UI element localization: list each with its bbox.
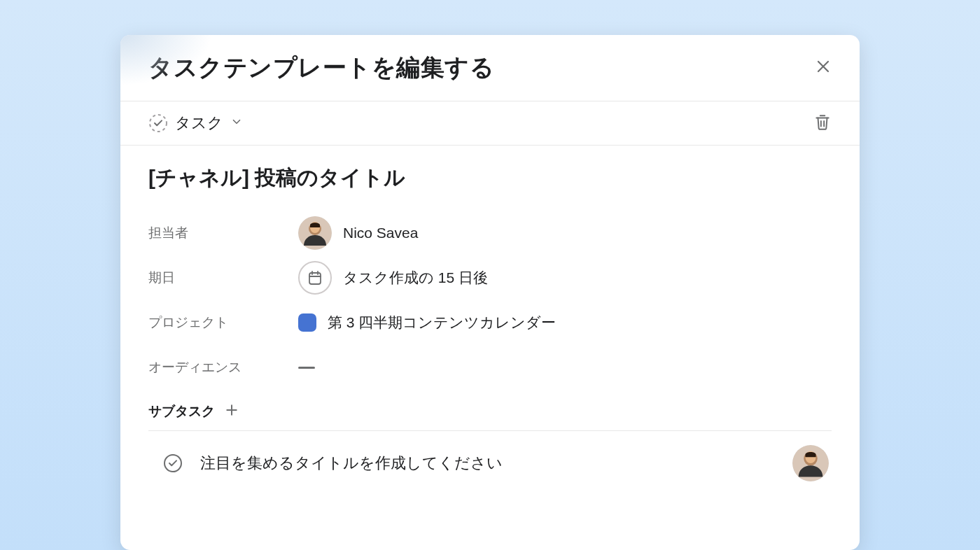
audience-label: オーディエンス xyxy=(148,358,298,376)
subtask-title: 注目を集めるタイトルを作成してください xyxy=(200,453,776,474)
task-template-modal: タスクテンプレートを編集する タスク xyxy=(120,35,860,550)
close-button[interactable] xyxy=(815,58,832,78)
project-field[interactable]: プロジェクト 第 3 四半期コンテンツカレンダー xyxy=(148,300,832,345)
empty-dash-icon xyxy=(298,367,315,369)
due-date-field[interactable]: 期日 タスク作成の 15 日後 xyxy=(148,255,832,300)
assignee-label: 担当者 xyxy=(148,224,298,242)
assignee-avatar xyxy=(298,216,332,250)
due-date-text: タスク作成の 15 日後 xyxy=(343,268,488,288)
chevron-down-icon xyxy=(230,115,243,131)
plus-icon xyxy=(225,403,239,420)
task-check-icon xyxy=(148,113,168,133)
modal-toolbar: タスク xyxy=(120,101,860,146)
assignee-field[interactable]: 担当者 Nico Savea xyxy=(148,211,832,255)
modal-header: タスクテンプレートを編集する xyxy=(120,35,860,101)
audience-field[interactable]: オーディエンス xyxy=(148,345,832,390)
due-date-value: タスク作成の 15 日後 xyxy=(298,261,488,295)
task-title[interactable]: [チャネル] 投稿のタイトル xyxy=(148,164,832,192)
task-type-label: タスク xyxy=(175,113,223,134)
audience-value xyxy=(298,367,315,369)
subtask-assignee-avatar[interactable] xyxy=(792,445,829,481)
trash-icon xyxy=(813,113,832,134)
subtask-row[interactable]: 注目を集めるタイトルを作成してください xyxy=(148,431,832,495)
subtasks-header: サブタスク xyxy=(148,402,832,431)
svg-rect-8 xyxy=(309,273,321,284)
project-name: 第 3 四半期コンテンツカレンダー xyxy=(328,313,556,332)
due-date-label: 期日 xyxy=(148,269,298,287)
calendar-icon xyxy=(298,261,332,295)
add-subtask-button[interactable] xyxy=(225,403,239,420)
close-icon xyxy=(815,58,832,78)
subtasks-label: サブタスク xyxy=(148,402,215,421)
delete-button[interactable] xyxy=(813,113,832,134)
subtask-check-icon[interactable] xyxy=(162,453,183,474)
modal-body: [チャネル] 投稿のタイトル 担当者 Nico Savea 期日 タスク作成の … xyxy=(120,146,860,495)
task-type-dropdown[interactable]: タスク xyxy=(148,113,243,134)
project-color-swatch xyxy=(298,313,316,332)
assignee-name: Nico Savea xyxy=(343,225,418,241)
project-label: プロジェクト xyxy=(148,313,298,332)
assignee-value: Nico Savea xyxy=(298,216,418,250)
project-value: 第 3 四半期コンテンツカレンダー xyxy=(298,313,556,332)
modal-title: タスクテンプレートを編集する xyxy=(148,52,494,84)
